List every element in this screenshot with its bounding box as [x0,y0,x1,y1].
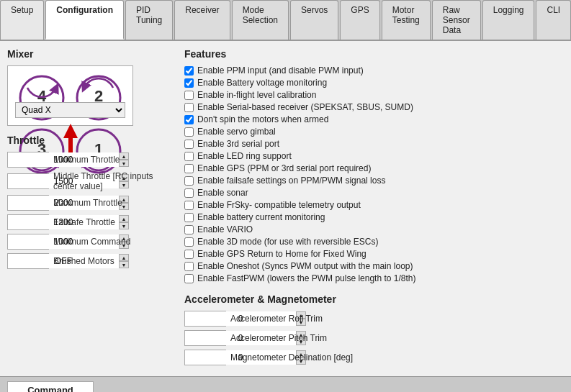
tab-cli[interactable]: CLI [536,0,571,40]
feature-row: Enable FastPWM (lowers the PWM pulse len… [184,273,564,283]
features-section: Features Enable PPM input (and disable P… [184,48,564,283]
feature-label[interactable]: Enable FastPWM (lowers the PWM pulse len… [197,273,415,283]
spin-up-btn[interactable]: ▲ [119,215,129,222]
accel-section: Accelerometer & Magnetometer ▲▼Accelerom… [184,293,564,365]
throttle-input-wrapper: ▲▼ [7,234,49,250]
feature-label[interactable]: Enable 3rd serial port [197,139,279,149]
feature-label[interactable]: Don't spin the motors when armed [197,114,328,124]
feature-checkbox[interactable] [184,201,194,210]
feature-label[interactable]: Enable in-flight level calibration [197,90,316,100]
feature-label[interactable]: Enable PPM input (and disable PWM input) [197,65,364,76]
tab-gps[interactable]: GPS [340,0,379,40]
throttle-input-wrapper: ▲▼ [7,214,49,230]
left-column: Mixer 4 2 [7,48,173,369]
feature-checkbox[interactable] [184,237,194,247]
tab-pid-tuning[interactable]: PID Tuning [125,0,173,40]
feature-checkbox[interactable] [184,262,194,271]
spin-down-btn[interactable]: ▼ [119,261,129,268]
feature-row: Enable battery current monitoring [184,212,564,222]
feature-row: Enable PPM input (and disable PWM input) [184,65,564,76]
throttle-row: ▲▼Minimum Command [7,234,173,250]
feature-label[interactable]: Enable FrSky- compatible telemetry outpu… [197,200,361,210]
tab-mode-selection[interactable]: Mode Selection [232,0,289,40]
feature-row: Enable in-flight level calibration [184,90,564,100]
feature-label[interactable]: Enable failsafe settings on PPM/PWM sign… [197,176,385,186]
spin-up-btn[interactable]: ▲ [119,254,129,261]
feature-row: Enable VARIO [184,224,564,234]
right-column: Features Enable PPM input (and disable P… [184,48,564,369]
feature-checkbox[interactable] [184,164,194,173]
feature-checkbox[interactable] [184,127,194,137]
feature-checkbox[interactable] [184,78,194,88]
tab-bar: SetupConfigurationPID TuningReceiverMode… [0,0,571,41]
throttle-row: ▲▼Minimum Throttle [7,152,173,168]
feature-label[interactable]: Enable Battery voltage monitoring [197,78,327,88]
mixer-box: 4 2 [7,65,133,126]
feature-checkbox[interactable] [184,103,194,112]
mixer-title: Mixer [7,48,173,60]
accel-row: ▲▼Accelerometer Pitch Trim [184,330,564,346]
tab-motor-testing[interactable]: Motor Testing [382,0,431,40]
feature-row: Enable Battery voltage monitoring [184,78,564,88]
tab-servos[interactable]: Servos [290,0,338,40]
feature-label[interactable]: Enable sonar [197,188,248,198]
feature-label[interactable]: Enable LED ring support [197,151,292,161]
feature-checkbox[interactable] [184,152,194,161]
accel-label: Accelerometer Roll Trim [230,314,323,324]
mixer-select[interactable]: TriQuad +Quad XBi-copterGimbalY6Hex +Fly… [15,102,125,118]
feature-label[interactable]: Enable GPS (PPM or 3rd serial port requi… [197,163,371,173]
accel-label: Accelerometer Pitch Trim [230,333,327,343]
feature-label[interactable]: Enable Serial-based receiver (SPEKSAT, S… [197,102,413,112]
throttle-label: Minimum Command [53,237,130,247]
features-list: Enable PPM input (and disable PWM input)… [184,65,564,283]
tab-raw-sensor-data[interactable]: Raw Sensor Data [432,0,481,40]
throttle-input-wrapper: ▲▼ [7,195,49,211]
throttle-row: ▲▼Middle Throttle [RC inputs center valu… [7,171,173,191]
throttle-row: ▲▼Failsafe Throttle [7,214,173,230]
feature-row: Enable Serial-based receiver (SPEKSAT, S… [184,102,564,112]
spin-up-btn[interactable]: ▲ [119,152,129,160]
accel-title: Accelerometer & Magnetometer [184,293,564,305]
feature-row: Enable FrSky- compatible telemetry outpu… [184,200,564,210]
accel-row: ▲▼Magnetometer Declination [deg] [184,350,564,365]
tab-logging[interactable]: Logging [482,0,535,40]
throttle-input-wrapper: ▲▼ [7,152,49,168]
feature-label[interactable]: Enable GPS Return to Home for Fixed Wing [197,249,367,259]
feature-checkbox[interactable] [184,250,194,259]
throttle-label: Maximum Throttle [53,198,122,208]
feature-checkbox[interactable] [184,176,194,186]
spin-down-btn[interactable]: ▼ [119,160,129,167]
motor-1-svg: 1 [74,127,123,176]
feature-checkbox[interactable] [184,115,194,124]
feature-row: Enable Oneshot (Syncs PWM output with th… [184,261,564,271]
feature-row: Enable failsafe settings on PPM/PWM sign… [184,176,564,186]
feature-checkbox[interactable] [184,140,194,149]
features-title: Features [184,48,564,60]
command-box[interactable]: Command [7,381,94,392]
feature-label[interactable]: Enable battery current monitoring [197,212,325,222]
tab-setup[interactable]: Setup [0,0,44,40]
feature-label[interactable]: Enable 3D mode (for use with reversible … [197,237,378,247]
throttle-label: Middle Throttle [RC inputs center value] [53,171,173,191]
feature-checkbox[interactable] [184,66,194,76]
feature-checkbox[interactable] [184,188,194,198]
feature-checkbox[interactable] [184,274,194,283]
feature-row: Enable servo gimbal [184,127,564,137]
feature-checkbox[interactable] [184,213,194,222]
feature-label[interactable]: Enable VARIO [197,224,253,234]
accel-input-wrapper: ▲▼ [184,311,226,327]
accel-rows: ▲▼Accelerometer Roll Trim▲▼Accelerometer… [184,311,564,365]
feature-label[interactable]: Enable servo gimbal [197,127,276,137]
feature-row: Enable 3D mode (for use with reversible … [184,237,564,247]
spin-down-btn[interactable]: ▼ [119,222,129,229]
throttle-label: Failsafe Throttle [53,217,115,227]
throttle-section: Throttle ▲▼Minimum Throttle▲▼Middle Thro… [7,135,173,269]
feature-checkbox[interactable] [184,225,194,234]
tab-configuration[interactable]: Configuration [45,0,124,40]
feature-checkbox[interactable] [184,91,194,100]
feature-label[interactable]: Enable Oneshot (Syncs PWM output with th… [197,261,413,271]
bottom-bar: Command [0,376,571,392]
feature-row: Enable GPS (PPM or 3rd serial port requi… [184,163,564,173]
throttle-row: ▲▼Brushed Motors [7,253,173,269]
tab-receiver[interactable]: Receiver [174,0,230,40]
